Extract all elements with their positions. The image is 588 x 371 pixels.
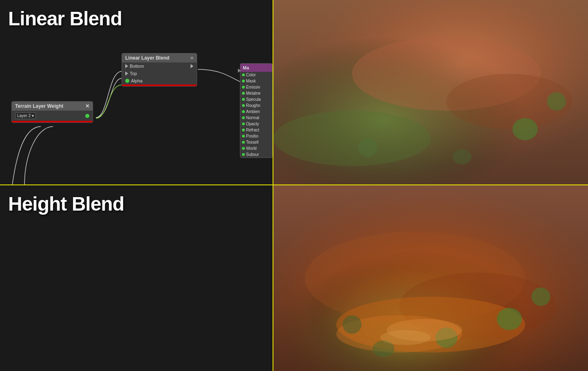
height-blend-title: Height Blend: [8, 193, 124, 215]
node-close-icon[interactable]: ✕: [190, 56, 193, 60]
panel-height-blend-nodes: Height Blend Height Layer Blend ✕ Bottom: [0, 185, 273, 371]
mat-ambient-dot: [242, 110, 245, 113]
terrain-header: Terrain Layer Weight ✕: [12, 102, 93, 111]
mat-row-specular: Specula: [240, 96, 272, 102]
svg-point-7: [358, 138, 377, 157]
linear-layer-blend-node[interactable]: Linear Layer Blend ✕ Bottom Top Alpha: [122, 53, 197, 87]
mat-row-position: Positio: [240, 133, 272, 139]
mat-opacity-dot: [242, 122, 245, 125]
svg-point-5: [273, 111, 431, 166]
linear-blend-title: Linear Blend: [8, 7, 122, 30]
render-top-svg: [273, 0, 588, 184]
mat-normal-dot: [242, 116, 245, 119]
terrain-close-icon[interactable]: ✕: [85, 103, 89, 109]
mat-world-dot: [242, 147, 245, 150]
mat-arrow-icon: [238, 69, 241, 73]
material-node-top: Ma Color Mask Emissiv Metalne Specula: [240, 63, 273, 158]
terrain-output-dot: [85, 114, 89, 118]
linear-blend-node-header: Linear Layer Blend ✕: [122, 53, 197, 62]
main-layout: Linear Blend Linear Layer Blend ✕ Bottom: [0, 0, 588, 371]
mat-rough-dot: [242, 104, 245, 107]
mat-subsur-dot: [242, 153, 245, 156]
svg-point-8: [453, 149, 471, 164]
terrain-body: Layer 2 ▾: [12, 111, 93, 121]
mat-entry-arrow: [238, 69, 241, 73]
svg-point-19: [497, 308, 522, 330]
svg-point-22: [531, 287, 550, 306]
svg-point-21: [343, 315, 362, 334]
node-footer: [122, 84, 197, 86]
mat-row-refract: Refract: [240, 127, 272, 133]
terrain-layer-weight-node-top[interactable]: Terrain Layer Weight ✕ Layer 2 ▾: [11, 101, 93, 123]
render-bottom-svg: [273, 185, 588, 371]
mat-color-dot: [242, 73, 245, 76]
mat-row-tessellate: Tessell: [240, 139, 272, 145]
svg-point-6: [513, 118, 538, 140]
mat-refract-dot: [242, 129, 245, 131]
mat-specular-dot: [242, 98, 245, 101]
mat-row-emissive: Emissiv: [240, 84, 272, 90]
node-row-bottom: Bottom: [122, 62, 197, 70]
mat-emissive-dot: [242, 86, 245, 89]
mat-position-dot: [242, 135, 245, 138]
arrow-bottom-icon: [125, 64, 128, 68]
mat-row-roughness: Roughn: [240, 102, 272, 109]
mat-row-normal: Normal: [240, 115, 272, 121]
arrow-top-icon: [125, 71, 128, 76]
terrain-footer: [12, 121, 93, 122]
mat-row-metalness: Metalne: [240, 90, 272, 96]
output-arrow-icon: [191, 64, 193, 68]
mat-metal-dot: [242, 92, 245, 95]
panel-height-blend-render: [273, 185, 588, 371]
mat-tessell-dot: [242, 141, 245, 144]
node-row-top: Top: [122, 70, 197, 77]
mat-row-color: Color: [240, 72, 272, 78]
mat-header: Ma: [240, 64, 272, 72]
mat-row-opacity: Opacty: [240, 121, 272, 127]
svg-point-25: [380, 330, 430, 345]
panel-linear-blend-render: [273, 0, 588, 185]
mat-mask-dot: [242, 80, 245, 82]
node-row-alpha: Alpha: [122, 77, 197, 84]
panel-linear-blend-nodes: Linear Blend Linear Layer Blend ✕ Bottom: [0, 0, 273, 185]
mat-row-subsurface: Subsur: [240, 151, 272, 158]
alpha-dot-icon: [125, 79, 129, 83]
svg-point-9: [547, 92, 566, 111]
mat-row-world: World: [240, 145, 272, 151]
mat-row-mask: Mask: [240, 78, 272, 84]
mat-row-ambient: Ambien: [240, 109, 272, 115]
layer-select[interactable]: Layer 2 ▾: [15, 112, 36, 119]
